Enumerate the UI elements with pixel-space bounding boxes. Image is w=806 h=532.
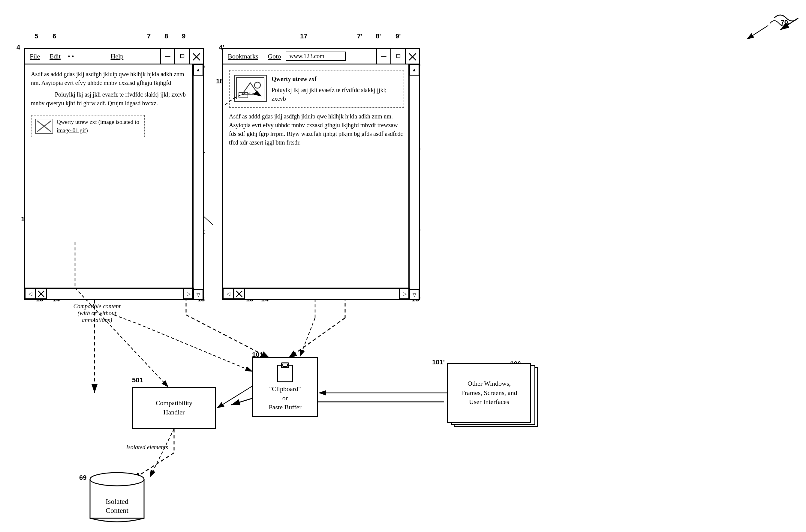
svg-line-41 [150,429,174,477]
right-hscroll-track[interactable] [244,288,399,299]
svg-point-29 [90,473,144,486]
right-scroll-track-v[interactable] [409,75,419,289]
right-window: Bookmarks Goto www.123.com ❐ [222,48,420,300]
right-close-button[interactable] [405,49,419,63]
right-scroll-up-btn[interactable]: ▲ [409,64,419,75]
other-windows-group: Other Windows,Frames, Screens, andUser I… [447,363,531,423]
menu-goto[interactable]: Goto [263,53,286,60]
ref-17: 17 [300,32,307,40]
close-button[interactable] [189,49,203,63]
isolated-elements-label: Isolated elements [120,444,174,451]
ref-70: 70 [781,19,788,26]
svg-line-8 [288,318,345,358]
svg-line-40 [217,386,252,408]
left-vscrollbar: ▲ ▽ [193,64,203,300]
ref-101p: 101' [432,358,445,366]
clipboard-box: "Clipboard"orPaste Buffer [252,357,318,417]
left-window-content: Asdf as addd gdas jklj asdfgh jkluip qwe… [25,64,203,152]
ref-501: 501 [132,376,143,384]
image-link[interactable]: image-01.gif [57,127,86,133]
right-image-placeholder [234,75,267,102]
restore-button[interactable]: ❐ [175,49,189,63]
left-image-box: Qwerty utrew zxf (image isolated to imag… [31,115,145,137]
ref-9p: 9' [396,32,401,40]
right-dashed-title: Qwerty utrew zxf [272,75,399,83]
menu-file[interactable]: File [25,53,45,60]
right-titlebar: Bookmarks Goto www.123.com ❐ [223,49,419,64]
ref-69: 69 [79,474,87,482]
svg-line-43 [747,25,768,39]
right-vscrollbar: ▲ ▽ [408,64,419,300]
hscroll-track[interactable] [47,288,183,299]
other-windows-label: Other Windows,Frames, Screens, andUser I… [461,379,517,407]
ref-8: 8 [164,32,168,40]
scroll-track-v[interactable] [193,75,203,289]
svg-text:Isolated: Isolated [106,497,128,505]
ref-8p: 8' [376,32,381,40]
menu-edit[interactable]: Edit [45,53,66,60]
svg-line-37 [138,324,252,371]
left-hscrollbar: ◁ ▷ [25,288,194,299]
right-hscrollbar: ◁ ▷ [223,288,410,299]
url-input[interactable]: www.123.com [286,52,346,61]
compatible-content-label: Compatible content (with or without anno… [69,303,125,324]
right-scroll-right-btn[interactable]: ▷ [399,288,410,299]
right-scroll-left-btn[interactable]: ◁ [223,288,234,299]
ref-7p: 7' [357,32,362,40]
menu-dots: • • [66,53,74,60]
isolated-content-shape: Isolated Content [84,471,150,519]
left-content-para1: Asdf as addd gdas jklj asdfgh jkluip qwe… [31,70,188,87]
ref-4: 4 [17,43,20,51]
cylinder-svg: Isolated Content [84,471,150,525]
right-content-para: Asdf as addd gdas jklj asdfgh jkluip qwe… [229,112,404,147]
compatibility-handler-label: CompatibilityHandler [156,399,193,417]
clipboard-label: "Clipboard"orPaste Buffer [269,384,301,412]
left-image-label: Qwerty utrew zxf (image isolated to imag… [57,118,141,134]
clipboard-icon [276,362,294,383]
menu-help[interactable]: Help [106,53,128,60]
ref-6: 6 [53,32,56,40]
right-minimize-button[interactable] [376,49,390,63]
left-content-para2: Poiuylkj lkj asj jkli evaefz te rfvdfdc … [31,90,188,108]
svg-marker-20 [242,83,259,95]
right-dashed-content: Qwerty utrew zxf Poiuylkj lkj asj jkli e… [272,75,399,103]
right-dashed-box: Qwerty utrew zxf Poiuylkj lkj asj jkli e… [229,70,404,108]
scroll-down-btn[interactable]: ▽ [193,289,203,300]
left-image-icon [35,119,53,134]
right-window-content: Qwerty utrew zxf Poiuylkj lkj asj jkli e… [223,64,419,162]
scroll-right-btn[interactable]: ▷ [183,288,194,299]
ref-7: 7 [147,32,151,40]
svg-line-39 [300,318,315,356]
right-dashed-para: Poiuylkj lkj asj jkli evaefz te rfvdfdc … [272,86,399,103]
right-restore-button[interactable]: ❐ [390,49,405,63]
svg-text:Content: Content [106,507,128,514]
scroll-left-btn[interactable]: ◁ [25,288,36,299]
right-scroll-down-btn[interactable]: ▽ [409,289,419,300]
ref-9: 9 [182,32,185,40]
ref-5: 5 [35,32,38,40]
minimize-button[interactable] [160,49,175,63]
compatibility-handler-box: CompatibilityHandler [132,387,216,429]
ref-101-label: 101 [252,351,263,359]
svg-point-21 [254,82,260,88]
menu-bookmarks[interactable]: Bookmarks [223,53,263,60]
svg-rect-19 [236,77,264,99]
scroll-up-btn[interactable]: ▲ [193,64,203,75]
right-hscroll-x-btn[interactable] [234,288,244,299]
left-window: File Edit • • Help ❐ Asdf as addd gdas j… [24,48,204,300]
hscroll-x-btn[interactable] [36,288,47,299]
left-titlebar: File Edit • • Help ❐ [25,49,203,64]
